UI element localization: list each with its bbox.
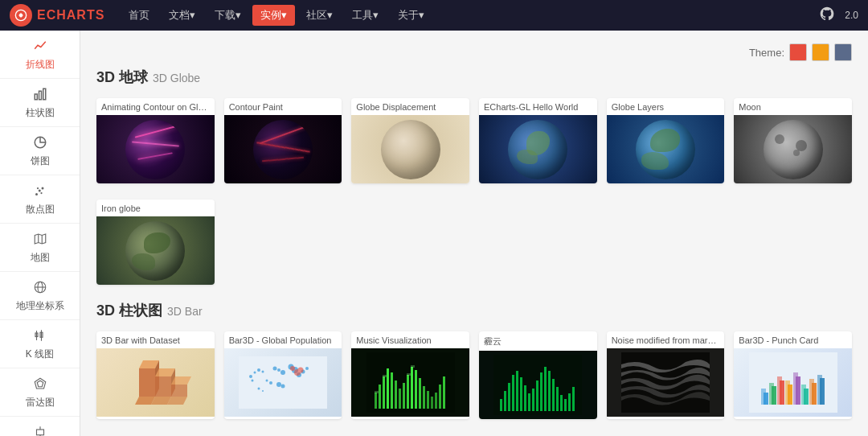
section-title-bar3d: 3D 柱状图3D Bar: [96, 301, 852, 320]
svg-rect-124: [552, 379, 555, 411]
svg-rect-100: [423, 386, 425, 409]
svg-point-84: [290, 366, 295, 371]
nav-tools[interactable]: 工具▾: [344, 5, 387, 26]
svg-point-76: [265, 380, 268, 382]
boxplot-icon: [31, 423, 49, 436]
line-chart-icon: [31, 37, 49, 55]
svg-marker-62: [171, 385, 187, 397]
svg-rect-127: [564, 399, 567, 411]
globe-grid-row2: Iron globe: [96, 199, 852, 285]
svg-rect-107: [383, 375, 387, 377]
svg-rect-145: [804, 389, 809, 405]
sidebar-item-map[interactable]: 地图: [0, 224, 80, 272]
sidebar-item-radar[interactable]: 雷达图: [0, 368, 80, 417]
svg-rect-95: [403, 383, 405, 409]
sidebar-item-boxplot[interactable]: 盒须图: [0, 417, 80, 436]
svg-rect-144: [796, 376, 800, 405]
logo[interactable]: ECHARTS: [10, 4, 104, 27]
nav-examples[interactable]: 实例▾: [252, 5, 295, 26]
svg-rect-142: [780, 380, 784, 405]
nav-about[interactable]: 关于▾: [390, 5, 432, 26]
card-image: [479, 351, 597, 419]
svg-rect-89: [379, 385, 381, 409]
card-globe-displacement[interactable]: Globe Displacement: [351, 98, 469, 183]
svg-point-78: [276, 382, 281, 387]
nav-community[interactable]: 社区▾: [298, 5, 341, 26]
svg-point-7: [41, 187, 43, 190]
top-nav: ECHARTS 首页 文档▾ 下载▾ 实例▾ 社区▾ 工具▾ 关于▾ 2.0: [0, 0, 868, 31]
svg-point-8: [36, 187, 38, 189]
card-iron-globe[interactable]: Iron globe: [96, 199, 215, 285]
bar3d-grid: 3D Bar with Dataset: [96, 331, 852, 419]
svg-rect-2: [39, 91, 41, 100]
card-title: 3D Bar with Dataset: [96, 331, 215, 348]
card-title: 霾云: [479, 331, 597, 351]
nav-docs[interactable]: 文档▾: [161, 5, 203, 26]
sidebar-item-scatter[interactable]: 散点图: [0, 175, 80, 224]
svg-rect-103: [435, 393, 437, 409]
svg-rect-129: [572, 387, 575, 411]
nav-download[interactable]: 下载▾: [207, 5, 249, 26]
svg-rect-90: [383, 376, 385, 409]
theme-swatch-yellow[interactable]: [812, 43, 829, 61]
pie-chart-icon: [31, 134, 49, 151]
sidebar-item-line[interactable]: 折线图: [0, 31, 80, 79]
card-bar3d-population[interactable]: Bar3D - Global Population: [224, 331, 342, 419]
svg-rect-143: [788, 385, 792, 405]
card-title: Music Visualization: [351, 331, 469, 348]
nav-right: 2.0: [819, 6, 858, 26]
card-haze[interactable]: 霾云: [479, 331, 597, 419]
svg-rect-118: [528, 393, 530, 411]
svg-point-69: [277, 368, 280, 372]
svg-rect-119: [532, 389, 534, 411]
card-globe-layers[interactable]: Globe Layers: [607, 98, 725, 183]
card-animating-contour[interactable]: Animating Contour on Globe: [96, 98, 215, 183]
svg-rect-99: [419, 378, 421, 409]
nav-home[interactable]: 首页: [121, 5, 158, 26]
card-moon[interactable]: Moon: [734, 98, 852, 183]
svg-point-82: [249, 375, 252, 378]
sidebar-label-line: 折线图: [26, 58, 55, 72]
svg-rect-64: [239, 356, 327, 409]
svg-point-79: [280, 385, 285, 389]
card-bar3d-dataset[interactable]: 3D Bar with Dataset: [96, 331, 215, 419]
svg-rect-121: [540, 372, 542, 411]
svg-point-67: [261, 371, 264, 373]
svg-point-86: [297, 368, 303, 373]
card-image: [96, 115, 215, 183]
card-image: [734, 348, 852, 417]
card-image: [734, 115, 852, 183]
sidebar-label-pie: 饼图: [31, 154, 50, 168]
svg-point-81: [262, 390, 264, 392]
card-music-viz[interactable]: Music Visualization: [351, 331, 469, 419]
card-title: ECharts-GL Hello World: [479, 98, 597, 115]
svg-point-68: [272, 367, 276, 371]
sidebar-item-geo[interactable]: 地理坐标系: [0, 272, 80, 320]
geo-chart-icon: [31, 278, 49, 296]
theme-label: Theme:: [749, 47, 784, 59]
svg-rect-94: [399, 389, 401, 409]
card-contour-paint[interactable]: Contour Paint: [224, 98, 342, 183]
sidebar-label-radar: 雷达图: [26, 396, 55, 409]
sidebar-item-pie[interactable]: 饼图: [0, 127, 80, 175]
svg-point-83: [251, 380, 253, 382]
card-echarts-gl-hello[interactable]: ECharts-GL Hello World: [479, 98, 597, 183]
github-icon[interactable]: [819, 6, 835, 26]
svg-rect-102: [431, 397, 433, 409]
main-layout: 折线图 柱状图 饼图 散点图 地图: [0, 31, 868, 436]
candlestick-icon: [31, 327, 49, 344]
radar-chart-icon: [31, 375, 49, 393]
card-title: Animating Contour on Globe: [96, 98, 215, 115]
card-bar3d-punchcard[interactable]: Bar3D - Punch Card: [734, 331, 852, 419]
sidebar-label-geo: 地理坐标系: [16, 299, 64, 313]
card-image: [607, 348, 725, 417]
theme-swatch-blue[interactable]: [834, 43, 852, 61]
card-image: [607, 115, 725, 183]
svg-point-75: [305, 367, 309, 370]
svg-rect-104: [439, 385, 441, 409]
svg-rect-1: [35, 94, 37, 100]
sidebar-item-candlestick[interactable]: K 线图: [0, 320, 80, 368]
sidebar-item-bar[interactable]: 柱状图: [0, 79, 80, 127]
theme-swatch-red[interactable]: [789, 43, 807, 61]
card-noise[interactable]: Noise modified from marpi's...: [607, 331, 725, 419]
